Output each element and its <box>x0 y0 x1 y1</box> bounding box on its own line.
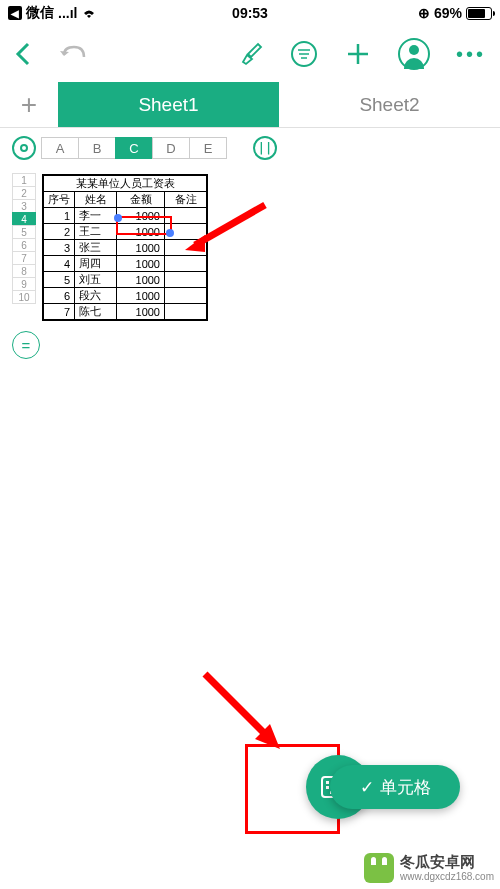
row-num[interactable]: 8 <box>12 264 36 278</box>
cell[interactable]: 周四 <box>75 256 117 272</box>
pause-button[interactable]: || <box>253 136 277 160</box>
th[interactable]: 姓名 <box>75 192 117 208</box>
wifi-icon <box>81 7 97 19</box>
cell[interactable]: 6 <box>44 288 75 304</box>
cell[interactable] <box>165 224 207 240</box>
undo-button[interactable] <box>58 43 88 65</box>
profile-button[interactable] <box>398 38 430 70</box>
signal-icon: ...ıl <box>58 5 77 21</box>
cell[interactable]: 李一 <box>75 208 117 224</box>
cell[interactable]: 张三 <box>75 240 117 256</box>
cell[interactable]: 陈七 <box>75 304 117 320</box>
select-all-circle[interactable] <box>12 136 36 160</box>
rotation-lock-icon: ⊕ <box>418 5 430 21</box>
watermark-logo <box>364 853 394 883</box>
battery-pct: 69% <box>434 5 462 21</box>
back-button[interactable] <box>14 40 32 68</box>
row-num[interactable]: 3 <box>12 199 36 213</box>
cell[interactable]: 1000 <box>117 288 165 304</box>
cell[interactable]: 1000 <box>117 208 165 224</box>
row-num[interactable]: 4 <box>12 212 36 226</box>
status-bar: ◀ 微信 ...ıl 09:53 ⊕ 69% <box>0 0 500 26</box>
formula-button[interactable]: = <box>12 331 40 359</box>
cell[interactable]: 1000 <box>117 240 165 256</box>
watermark-title: 冬瓜安卓网 <box>400 854 494 871</box>
row-num[interactable]: 6 <box>12 238 36 252</box>
cell[interactable] <box>165 272 207 288</box>
svg-rect-7 <box>326 786 329 789</box>
filter-icon[interactable] <box>290 40 318 68</box>
cell[interactable]: 刘五 <box>75 272 117 288</box>
cell[interactable] <box>165 256 207 272</box>
th[interactable]: 备注 <box>165 192 207 208</box>
cell[interactable]: 段六 <box>75 288 117 304</box>
cell[interactable]: 2 <box>44 224 75 240</box>
brush-icon[interactable] <box>238 41 264 67</box>
row-num[interactable]: 7 <box>12 251 36 265</box>
cell[interactable] <box>165 240 207 256</box>
cell[interactable] <box>165 288 207 304</box>
sheet-tabs: + Sheet1 Sheet2 <box>0 82 500 128</box>
row-num[interactable]: 10 <box>12 290 36 304</box>
watermark-url: www.dgxcdz168.com <box>400 871 494 882</box>
row-num[interactable]: 5 <box>12 225 36 239</box>
row-numbers: 1 2 3 4 5 6 7 8 9 10 <box>12 174 36 321</box>
battery-icon <box>466 7 492 20</box>
row-num[interactable]: 2 <box>12 186 36 200</box>
add-sheet-button[interactable]: + <box>0 82 58 127</box>
svg-rect-2 <box>326 781 329 784</box>
col-header-d[interactable]: D <box>152 137 190 159</box>
cell[interactable]: 5 <box>44 272 75 288</box>
sheet-tab-1[interactable]: Sheet1 <box>58 82 279 127</box>
watermark: 冬瓜安卓网 www.dgxcdz168.com <box>364 853 494 883</box>
row-num[interactable]: 9 <box>12 277 36 291</box>
cell[interactable]: 3 <box>44 240 75 256</box>
toolbar: ••• <box>0 26 500 82</box>
cell[interactable]: 7 <box>44 304 75 320</box>
more-button[interactable]: ••• <box>456 43 486 66</box>
cell[interactable]: 1 <box>44 208 75 224</box>
back-app-icon[interactable]: ◀ <box>8 6 22 20</box>
clock: 09:53 <box>232 5 268 21</box>
sheet-tab-2[interactable]: Sheet2 <box>279 82 500 127</box>
add-button[interactable] <box>344 40 372 68</box>
col-header-c[interactable]: C <box>115 137 153 159</box>
table-title[interactable]: 某某单位人员工资表 <box>44 176 207 192</box>
spreadsheet-table[interactable]: 某某单位人员工资表 序号 姓名 金额 备注 1李一1000 2王二1000 3张… <box>42 174 208 321</box>
app-name: 微信 <box>26 4 54 22</box>
cell[interactable] <box>165 208 207 224</box>
th[interactable]: 金额 <box>117 192 165 208</box>
col-header-a[interactable]: A <box>41 137 79 159</box>
cell[interactable]: 1000 <box>117 272 165 288</box>
cell[interactable] <box>165 304 207 320</box>
col-header-e[interactable]: E <box>189 137 227 159</box>
th[interactable]: 序号 <box>44 192 75 208</box>
column-header-row: A B C D E || <box>0 128 500 168</box>
col-header-b[interactable]: B <box>78 137 116 159</box>
cell[interactable]: 1000 <box>117 224 165 240</box>
cell[interactable]: 1000 <box>117 256 165 272</box>
cell[interactable]: 4 <box>44 256 75 272</box>
cell-fab[interactable]: ✓单元格 <box>330 765 460 809</box>
annotation-arrow-2 <box>195 669 295 759</box>
row-num[interactable]: 1 <box>12 173 36 187</box>
cell[interactable]: 1000 <box>117 304 165 320</box>
cell[interactable]: 王二 <box>75 224 117 240</box>
